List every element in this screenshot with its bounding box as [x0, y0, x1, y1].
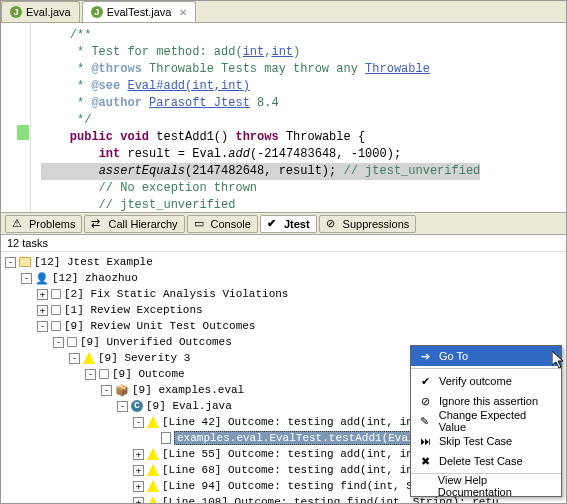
collapse-icon[interactable]: - — [5, 257, 16, 268]
collapse-icon[interactable]: - — [133, 417, 144, 428]
user-icon: 👤 — [35, 271, 49, 285]
expand-icon[interactable]: + — [133, 481, 144, 492]
delete-icon: ✖ — [417, 453, 433, 469]
expand-icon[interactable]: + — [133, 497, 144, 505]
skip-icon: ⏭ — [417, 433, 433, 449]
tab-suppressions[interactable]: ⊘Suppressions — [319, 215, 417, 233]
ctx-goto[interactable]: ➔Go To — [411, 346, 561, 366]
task-icon — [67, 337, 77, 347]
context-menu: ➔Go To ✔Verify outcome ⊘Ignore this asse… — [410, 345, 562, 497]
expand-icon[interactable]: + — [133, 465, 144, 476]
tab-jtest[interactable]: ✔Jtest — [260, 215, 317, 233]
task-icon — [51, 305, 61, 315]
editor-gutter — [1, 23, 31, 212]
editor-tab-bar: J Eval.java J EvalTest.java ✕ — [1, 1, 566, 23]
problems-icon: ⚠ — [12, 217, 26, 231]
tab-label: EvalTest.java — [107, 6, 172, 18]
bottom-tab-bar: ⚠Problems ⇄Call Hierarchy ▭Console ✔Jtes… — [1, 213, 566, 235]
tree-review-exc[interactable]: +[1] Review Exceptions — [5, 302, 562, 318]
task-icon — [99, 369, 109, 379]
warning-icon — [147, 480, 159, 492]
collapse-icon[interactable]: - — [85, 369, 96, 380]
ctx-change[interactable]: ✎Change Expected Value — [411, 411, 561, 431]
coverage-marker-icon — [17, 125, 29, 140]
task-icon — [51, 321, 61, 331]
tree-root[interactable]: -[12] Jtest Example — [5, 254, 562, 270]
class-icon: C — [131, 400, 143, 412]
tab-evaltest-java[interactable]: J EvalTest.java ✕ — [82, 1, 197, 22]
collapse-icon[interactable]: - — [101, 385, 112, 396]
verify-icon: ✔ — [417, 373, 433, 389]
task-icon — [51, 289, 61, 299]
collapse-icon[interactable]: - — [37, 321, 48, 332]
warning-icon — [147, 496, 159, 504]
warning-icon — [83, 352, 95, 364]
collapse-icon[interactable]: - — [117, 401, 128, 412]
ctx-verify[interactable]: ✔Verify outcome — [411, 371, 561, 391]
java-file-icon: J — [10, 6, 22, 18]
collapse-icon[interactable]: - — [53, 337, 64, 348]
tasks-count: 12 tasks — [1, 235, 566, 252]
java-file-icon: J — [91, 6, 103, 18]
ctx-ignore[interactable]: ⊘Ignore this assertion — [411, 391, 561, 411]
tree-fix-static[interactable]: +[2] Fix Static Analysis Violations — [5, 286, 562, 302]
tab-label: Eval.java — [26, 6, 71, 18]
change-icon: ✎ — [417, 413, 433, 429]
tree-review-unit[interactable]: -[9] Review Unit Test Outcomes — [5, 318, 562, 334]
code-editor[interactable]: /** * Test for method: add(int,int) * @t… — [1, 23, 566, 213]
tab-console[interactable]: ▭Console — [187, 215, 258, 233]
console-icon: ▭ — [194, 217, 208, 231]
collapse-icon[interactable]: - — [69, 353, 80, 364]
package-icon: 📦 — [115, 383, 129, 397]
tab-eval-java[interactable]: J Eval.java — [1, 1, 80, 22]
jtest-icon: ✔ — [267, 217, 281, 231]
goto-icon: ➔ — [417, 348, 433, 364]
menu-separator — [411, 368, 561, 369]
expand-icon[interactable]: + — [37, 305, 48, 316]
warning-icon — [147, 464, 159, 476]
tab-problems[interactable]: ⚠Problems — [5, 215, 82, 233]
hierarchy-icon: ⇄ — [91, 217, 105, 231]
warning-icon — [147, 448, 159, 460]
code-content: /** * Test for method: add(int,int) * @t… — [41, 27, 566, 213]
ignore-icon: ⊘ — [417, 393, 433, 409]
warning-icon — [147, 416, 159, 428]
expand-icon[interactable]: + — [37, 289, 48, 300]
ctx-delete[interactable]: ✖Delete Test Case — [411, 451, 561, 471]
tree-user[interactable]: -👤[12] zhaozhuo — [5, 270, 562, 286]
stack-frame-icon — [161, 432, 171, 444]
help-icon — [417, 478, 432, 494]
tab-call-hierarchy[interactable]: ⇄Call Hierarchy — [84, 215, 184, 233]
suppressions-icon: ⊘ — [326, 217, 340, 231]
ctx-skip[interactable]: ⏭Skip Test Case — [411, 431, 561, 451]
close-icon[interactable]: ✕ — [179, 7, 187, 18]
folder-icon — [19, 257, 31, 267]
collapse-icon[interactable]: - — [21, 273, 32, 284]
expand-icon[interactable]: + — [133, 449, 144, 460]
ctx-help[interactable]: View Help Documentation — [411, 476, 561, 496]
